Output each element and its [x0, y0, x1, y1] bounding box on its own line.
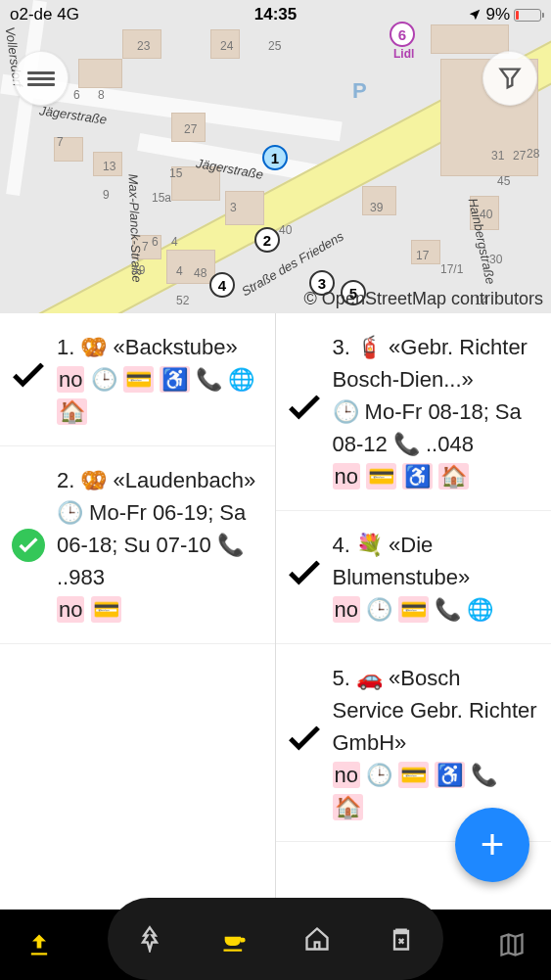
clock: 14:35	[254, 5, 297, 24]
bottom-nav-inner	[108, 898, 443, 980]
nav-home-icon[interactable]	[298, 919, 337, 958]
map-pin-1[interactable]: 1	[262, 145, 288, 170]
hamburger-icon	[27, 69, 55, 89]
check-icon	[288, 560, 321, 594]
list-item[interactable]: 2. 🥨 «Laudenbach» 🕒 Mo-Fr 06-19; Sa 06-1…	[0, 446, 275, 644]
nav-coffee-icon[interactable]	[214, 919, 253, 958]
bottom-nav	[0, 910, 551, 980]
map-pin-2[interactable]: 2	[254, 227, 280, 253]
nav-clipboard-icon[interactable]	[382, 919, 421, 958]
filter-button[interactable]	[482, 51, 537, 106]
menu-button[interactable]	[14, 51, 69, 106]
check-icon	[288, 725, 321, 760]
list-item[interactable]: 3. 🧯 «Gebr. Richter Bosch-Dien...» 🕒 Mo-…	[276, 313, 552, 511]
list-item[interactable]: 4. 💐 «Die Blumenstube» no 🕒 💳 📞 🌐	[276, 511, 552, 644]
check-icon	[12, 362, 45, 397]
add-button[interactable]: +	[455, 808, 529, 882]
check-icon	[288, 395, 321, 429]
nav-map-icon[interactable]	[492, 925, 531, 964]
status-bar: o2-de 4G 14:35 9%	[0, 0, 551, 29]
parking-icon: P	[352, 78, 367, 104]
map-pin-4[interactable]: 4	[209, 272, 235, 298]
nav-tree-icon[interactable]	[130, 919, 169, 958]
battery-icon	[514, 9, 541, 22]
map-attribution: © OpenStreetMap contributors	[304, 289, 543, 309]
carrier-label: o2-de 4G	[10, 5, 79, 24]
plus-icon: +	[481, 821, 505, 868]
location-arrow-icon	[468, 8, 482, 22]
lidl-label: Lidl	[393, 47, 414, 61]
map-view[interactable]: Jägerstraße Jägerstraße Max-Planck-Straß…	[0, 0, 551, 313]
status-right: 9%	[468, 5, 541, 24]
battery-pct: 9%	[485, 5, 510, 24]
list-item[interactable]: 1. 🥨 «Backstube» no 🕒 💳 ♿ 📞 🌐 🏠	[0, 313, 275, 446]
nav-upload-icon[interactable]	[20, 925, 59, 964]
funnel-icon	[496, 65, 524, 92]
check-done-icon	[12, 529, 45, 562]
